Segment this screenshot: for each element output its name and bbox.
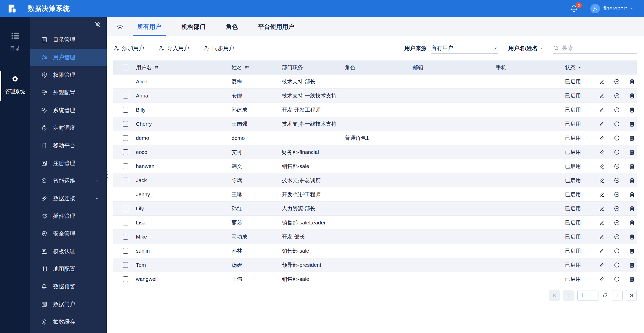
delete-row-button[interactable] (629, 78, 635, 85)
sidebar-item-catalog-management[interactable]: 目录管理 (30, 31, 107, 49)
edit-row-button[interactable] (598, 191, 605, 198)
disable-row-button[interactable] (614, 78, 620, 85)
column-header-status[interactable]: 状态 (559, 64, 592, 71)
rail-item-directory[interactable]: 目录 (0, 31, 30, 52)
column-header-name[interactable]: 姓名 (225, 64, 276, 71)
disable-row-button[interactable] (614, 276, 620, 282)
sidebar-item-template-auth[interactable]: 模板认证 (30, 243, 107, 260)
row-checkbox[interactable] (123, 206, 128, 211)
disable-row-button[interactable] (614, 262, 620, 268)
sidebar-item-intelligent-ops[interactable]: 智能运维 (30, 172, 107, 190)
sidebar-item-map-config[interactable]: 地图配置 (30, 260, 107, 278)
row-checkbox[interactable] (123, 121, 128, 127)
edit-row-button[interactable] (598, 78, 605, 85)
import-user-button[interactable]: 导入用户 (158, 45, 189, 52)
delete-row-button[interactable] (629, 219, 635, 226)
edit-row-button[interactable] (598, 177, 605, 184)
filter-caret-icon[interactable] (578, 66, 582, 70)
disable-row-button[interactable] (614, 149, 620, 155)
sidebar-item-data-cache[interactable]: 抽数缓存 (30, 313, 107, 331)
prev-page-button[interactable] (563, 290, 574, 301)
edit-row-button[interactable] (598, 276, 605, 282)
disable-row-button[interactable] (614, 107, 620, 113)
delete-row-button[interactable] (629, 262, 635, 268)
sidebar-item-security-management[interactable]: 安全管理 (30, 225, 107, 243)
tab-platform-users[interactable]: 平台使用用户 (253, 17, 299, 36)
sidebar-item-data-connection[interactable]: 数据连接 (30, 190, 107, 207)
sync-user-button[interactable]: 同步用户 (203, 45, 234, 52)
rail-item-admin-system[interactable]: 管理系统 (0, 74, 30, 95)
edit-row-button[interactable] (598, 163, 605, 170)
sidebar-item-data-alert[interactable]: 数据预警 (30, 278, 107, 295)
unpin-icon[interactable] (94, 21, 101, 28)
disable-row-button[interactable] (614, 234, 620, 240)
disable-row-button[interactable] (614, 121, 620, 127)
sidebar-item-registration-management[interactable]: 注册管理 (30, 154, 107, 172)
row-checkbox[interactable] (123, 135, 128, 141)
select-all-checkbox[interactable] (123, 65, 128, 70)
row-checkbox[interactable] (123, 163, 128, 169)
edit-row-button[interactable] (598, 219, 605, 226)
edit-row-button[interactable] (598, 149, 605, 155)
tab-roles[interactable]: 角色 (221, 17, 242, 36)
sidebar-item-data-portal[interactable]: 数据门户 (30, 295, 107, 313)
delete-row-button[interactable] (629, 135, 635, 141)
delete-row-button[interactable] (629, 107, 635, 113)
row-checkbox[interactable] (123, 79, 128, 84)
sidebar-item-appearance-config[interactable]: 外观配置 (30, 84, 107, 102)
row-checkbox[interactable] (123, 178, 128, 183)
disable-row-button[interactable] (614, 205, 620, 212)
edit-row-button[interactable] (598, 107, 605, 113)
disable-row-button[interactable] (614, 248, 620, 254)
edit-row-button[interactable] (598, 121, 605, 127)
tab-all-users[interactable]: 所有用户 (133, 17, 166, 36)
search-field-selector[interactable]: 用户名/姓名 (508, 45, 544, 52)
edit-row-button[interactable] (598, 205, 605, 212)
delete-row-button[interactable] (629, 276, 635, 282)
edit-row-button[interactable] (598, 135, 605, 141)
sidebar-resize-handle[interactable] (105, 172, 108, 178)
row-checkbox[interactable] (123, 93, 128, 98)
row-checkbox[interactable] (123, 234, 128, 240)
last-page-button[interactable] (626, 290, 637, 301)
sidebar-item-timed-schedule[interactable]: 定时调度 (30, 119, 107, 137)
disable-row-button[interactable] (614, 163, 620, 170)
row-checkbox[interactable] (123, 262, 128, 268)
delete-row-button[interactable] (629, 121, 635, 127)
disable-row-button[interactable] (614, 219, 620, 226)
delete-row-button[interactable] (629, 234, 635, 240)
delete-row-button[interactable] (629, 248, 635, 254)
delete-row-button[interactable] (629, 191, 635, 198)
delete-row-button[interactable] (629, 177, 635, 184)
row-checkbox[interactable] (123, 192, 128, 197)
delete-row-button[interactable] (629, 205, 635, 212)
disable-row-button[interactable] (614, 135, 620, 141)
delete-row-button[interactable] (629, 92, 635, 99)
row-checkbox[interactable] (123, 220, 128, 225)
search-input[interactable] (562, 45, 637, 51)
user-source-select[interactable]: 所有用户 (431, 43, 498, 54)
delete-row-button[interactable] (629, 149, 635, 155)
edit-row-button[interactable] (598, 92, 605, 99)
sidebar-item-plugin-management[interactable]: 插件管理 (30, 207, 107, 225)
add-user-button[interactable]: 添加用户 (113, 45, 144, 52)
disable-row-button[interactable] (614, 177, 620, 184)
row-checkbox[interactable] (123, 107, 128, 113)
column-header-username[interactable]: 用户名 (130, 64, 225, 71)
user-menu[interactable]: finereport (590, 4, 635, 13)
first-page-button[interactable] (549, 290, 560, 301)
delete-row-button[interactable] (629, 163, 635, 170)
row-checkbox[interactable] (123, 149, 128, 155)
sidebar-item-system-management[interactable]: 系统管理 (30, 102, 107, 119)
row-checkbox[interactable] (123, 248, 128, 254)
edit-row-button[interactable] (598, 234, 605, 240)
next-page-button[interactable] (612, 290, 623, 301)
edit-row-button[interactable] (598, 248, 605, 254)
disable-row-button[interactable] (614, 191, 620, 198)
disable-row-button[interactable] (614, 92, 620, 99)
page-number-input[interactable] (577, 290, 598, 301)
sidebar-item-mobile-platform[interactable]: 移动平台 (30, 137, 107, 154)
sidebar-item-user-management[interactable]: 用户管理 (30, 49, 107, 66)
sort-asc-icon[interactable] (154, 65, 159, 70)
sidebar-item-permission-management[interactable]: 权限管理 (30, 66, 107, 84)
